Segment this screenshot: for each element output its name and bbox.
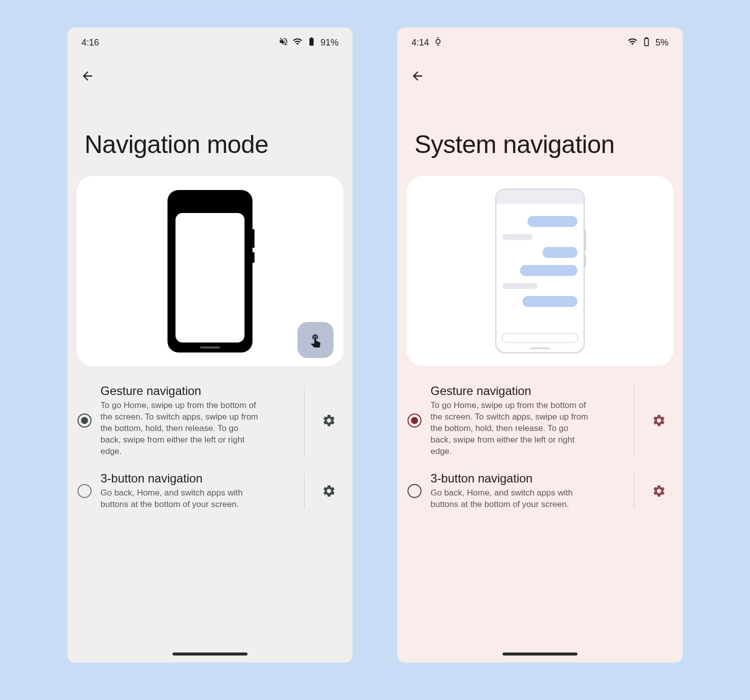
divider bbox=[304, 386, 304, 456]
phone-mockup bbox=[168, 190, 252, 352]
preview-card bbox=[76, 176, 344, 366]
option-body: 3-button navigation Go back, Home, and s… bbox=[100, 472, 293, 510]
gear-icon bbox=[322, 484, 336, 498]
toolbar bbox=[398, 53, 682, 86]
gear-icon bbox=[652, 484, 666, 498]
radio-button[interactable] bbox=[78, 414, 92, 428]
preview-card bbox=[406, 176, 674, 366]
option-description: To go Home, swipe up from the bottom of … bbox=[430, 400, 590, 458]
status-battery-pct: 5% bbox=[656, 38, 668, 48]
divider bbox=[304, 474, 304, 508]
back-button[interactable] bbox=[78, 66, 98, 86]
option-settings-button[interactable] bbox=[316, 484, 342, 498]
option-title: Gesture navigation bbox=[100, 384, 293, 398]
option-description: To go Home, swipe up from the bottom of … bbox=[100, 400, 260, 458]
battery-icon bbox=[306, 36, 316, 49]
option-body: Gesture navigation To go Home, swipe up … bbox=[100, 384, 293, 458]
option-gesture-navigation[interactable]: Gesture navigation To go Home, swipe up … bbox=[406, 377, 674, 464]
options-list: Gesture navigation To go Home, swipe up … bbox=[68, 366, 352, 518]
toolbar bbox=[68, 53, 352, 86]
option-settings-button[interactable] bbox=[646, 484, 672, 498]
touch-tutorial-button[interactable] bbox=[298, 322, 334, 358]
status-bar: 4:14 5% bbox=[398, 28, 682, 53]
gear-icon bbox=[322, 414, 336, 428]
status-bar: 4:16 91% bbox=[68, 28, 352, 53]
status-time: 4:14 bbox=[412, 38, 429, 48]
options-list: Gesture navigation To go Home, swipe up … bbox=[398, 366, 682, 518]
option-settings-button[interactable] bbox=[316, 414, 342, 428]
touch-icon bbox=[308, 332, 323, 348]
status-time: 4:16 bbox=[82, 38, 99, 48]
option-title: 3-button navigation bbox=[100, 472, 293, 486]
wifi-icon bbox=[628, 36, 638, 49]
status-icons: 5% bbox=[628, 36, 668, 49]
gear-icon bbox=[652, 414, 666, 428]
option-body: 3-button navigation Go back, Home, and s… bbox=[430, 472, 623, 510]
wifi-icon bbox=[292, 36, 302, 49]
status-battery-pct: 91% bbox=[320, 38, 338, 48]
radio-button[interactable] bbox=[408, 414, 422, 428]
arrow-back-icon bbox=[80, 69, 94, 83]
option-title: Gesture navigation bbox=[430, 384, 623, 398]
phone-screenshot-left: 4:16 91% Navigation mode bbox=[68, 28, 352, 662]
option-body: Gesture navigation To go Home, swipe up … bbox=[430, 384, 623, 458]
option-description: Go back, Home, and switch apps with butt… bbox=[100, 488, 260, 510]
option-title: 3-button navigation bbox=[430, 472, 623, 486]
battery-icon bbox=[642, 36, 652, 49]
phone-screenshot-right: 4:14 5% System navigation bbox=[398, 28, 682, 662]
status-icons: 91% bbox=[278, 36, 338, 49]
watch-icon bbox=[433, 36, 443, 49]
mute-icon bbox=[278, 36, 288, 49]
page-title: System navigation bbox=[398, 86, 682, 176]
radio-button[interactable] bbox=[408, 484, 422, 498]
option-description: Go back, Home, and switch apps with butt… bbox=[430, 488, 590, 510]
option-three-button-navigation[interactable]: 3-button navigation Go back, Home, and s… bbox=[76, 464, 344, 518]
arrow-back-icon bbox=[410, 69, 424, 83]
divider bbox=[634, 386, 634, 456]
back-button[interactable] bbox=[408, 66, 428, 86]
phone-mockup bbox=[495, 188, 585, 354]
radio-button[interactable] bbox=[78, 484, 92, 498]
home-indicator[interactable] bbox=[172, 652, 248, 656]
option-gesture-navigation[interactable]: Gesture navigation To go Home, swipe up … bbox=[76, 377, 344, 464]
option-settings-button[interactable] bbox=[646, 414, 672, 428]
page-title: Navigation mode bbox=[68, 86, 352, 176]
divider bbox=[634, 474, 634, 508]
option-three-button-navigation[interactable]: 3-button navigation Go back, Home, and s… bbox=[406, 464, 674, 518]
home-indicator[interactable] bbox=[502, 652, 578, 656]
